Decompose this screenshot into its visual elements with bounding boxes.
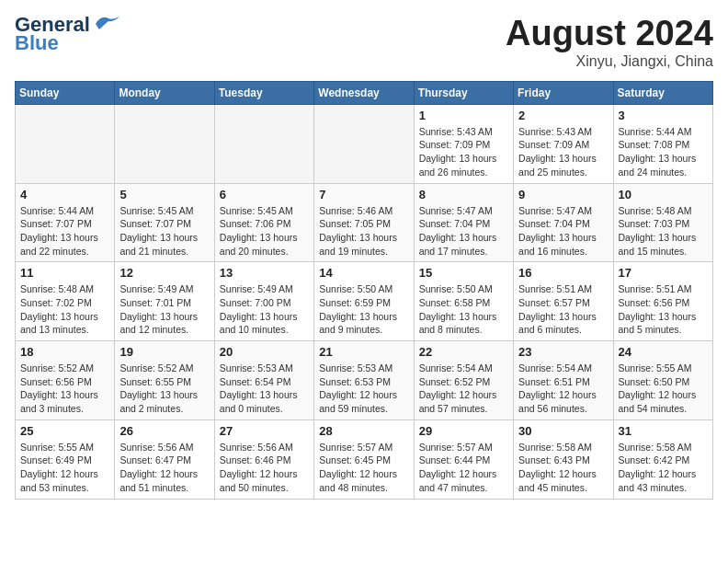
month-title: August 2024 [506,15,713,53]
calendar-table: SundayMondayTuesdayWednesdayThursdayFrid… [15,81,713,500]
day-info: Sunrise: 5:49 AMSunset: 7:00 PMDaylight:… [220,282,309,337]
calendar-cell: 2Sunrise: 5:43 AMSunset: 7:09 AMDaylight… [514,104,613,183]
day-number: 5 [119,188,209,201]
day-number: 26 [119,424,209,438]
day-info: Sunrise: 5:55 AMSunset: 6:50 PMDaylight:… [619,362,708,416]
logo-bird-icon [94,13,121,33]
calendar-header-wednesday: Wednesday [314,81,414,104]
day-number: 10 [619,188,708,201]
day-info: Sunrise: 5:58 AMSunset: 6:43 PMDaylight:… [518,441,608,495]
day-info: Sunrise: 5:56 AMSunset: 6:47 PMDaylight:… [119,441,209,495]
day-number: 7 [319,188,408,201]
calendar-cell: 26Sunrise: 5:56 AMSunset: 6:47 PMDayligh… [115,419,214,499]
calendar-cell: 15Sunrise: 5:50 AMSunset: 6:58 PMDayligh… [414,262,513,341]
calendar-cell: 17Sunrise: 5:51 AMSunset: 6:56 PMDayligh… [613,262,712,341]
calendar-week-row: 4Sunrise: 5:44 AMSunset: 7:07 PMDaylight… [16,183,713,262]
day-number: 8 [419,188,508,201]
calendar-cell: 24Sunrise: 5:55 AMSunset: 6:50 PMDayligh… [613,341,712,420]
calendar-header-row: SundayMondayTuesdayWednesdayThursdayFrid… [16,81,713,104]
calendar-cell: 27Sunrise: 5:56 AMSunset: 6:46 PMDayligh… [214,419,313,499]
day-number: 4 [20,188,109,201]
day-number: 29 [419,424,508,438]
day-number: 23 [518,345,608,359]
day-number: 31 [619,424,708,438]
day-info: Sunrise: 5:50 AMSunset: 6:58 PMDaylight:… [419,282,508,337]
calendar-cell: 22Sunrise: 5:54 AMSunset: 6:52 PMDayligh… [414,341,513,420]
calendar-cell: 10Sunrise: 5:48 AMSunset: 7:03 PMDayligh… [613,183,712,262]
calendar-header-thursday: Thursday [414,81,513,104]
calendar-cell: 7Sunrise: 5:46 AMSunset: 7:05 PMDaylight… [314,183,414,262]
calendar-cell: 13Sunrise: 5:49 AMSunset: 7:00 PMDayligh… [214,262,313,341]
calendar-header-friday: Friday [514,81,613,104]
day-info: Sunrise: 5:57 AMSunset: 6:45 PMDaylight:… [319,441,408,495]
day-number: 17 [619,266,708,280]
day-info: Sunrise: 5:46 AMSunset: 7:05 PMDaylight:… [319,204,408,259]
day-info: Sunrise: 5:52 AMSunset: 6:55 PMDaylight:… [119,362,209,416]
title-block: August 2024 Xinyu, Jiangxi, China [506,15,713,70]
day-number: 27 [220,424,309,438]
calendar-cell: 20Sunrise: 5:53 AMSunset: 6:54 PMDayligh… [214,341,313,420]
calendar-cell: 28Sunrise: 5:57 AMSunset: 6:45 PMDayligh… [314,419,414,499]
day-info: Sunrise: 5:54 AMSunset: 6:52 PMDaylight:… [419,362,508,416]
calendar-cell: 11Sunrise: 5:48 AMSunset: 7:02 PMDayligh… [16,262,115,341]
day-number: 16 [518,266,608,280]
calendar-cell: 29Sunrise: 5:57 AMSunset: 6:44 PMDayligh… [414,419,513,499]
day-number: 13 [220,266,309,280]
calendar-cell: 30Sunrise: 5:58 AMSunset: 6:43 PMDayligh… [514,419,613,499]
day-info: Sunrise: 5:45 AMSunset: 7:06 PMDaylight:… [220,204,309,259]
day-number: 24 [619,345,708,359]
day-number: 12 [119,266,209,280]
calendar-header-monday: Monday [115,81,214,104]
calendar-cell: 1Sunrise: 5:43 AMSunset: 7:09 PMDaylight… [414,104,513,183]
day-info: Sunrise: 5:53 AMSunset: 6:53 PMDaylight:… [319,362,408,416]
day-number: 3 [619,109,708,122]
calendar-header-saturday: Saturday [613,81,712,104]
day-number: 14 [319,266,408,280]
calendar-cell: 31Sunrise: 5:58 AMSunset: 6:42 PMDayligh… [613,419,712,499]
day-info: Sunrise: 5:44 AMSunset: 7:08 PMDaylight:… [619,125,708,179]
day-info: Sunrise: 5:51 AMSunset: 6:56 PMDaylight:… [619,282,708,337]
day-info: Sunrise: 5:58 AMSunset: 6:42 PMDaylight:… [619,441,708,495]
day-info: Sunrise: 5:43 AMSunset: 7:09 PMDaylight:… [419,125,508,179]
calendar-cell: 9Sunrise: 5:47 AMSunset: 7:04 PMDaylight… [514,183,613,262]
calendar-week-row: 11Sunrise: 5:48 AMSunset: 7:02 PMDayligh… [16,262,713,341]
calendar-cell [115,104,214,183]
day-info: Sunrise: 5:50 AMSunset: 6:59 PMDaylight:… [319,282,408,337]
day-number: 21 [319,345,408,359]
calendar-cell: 3Sunrise: 5:44 AMSunset: 7:08 PMDaylight… [613,104,712,183]
day-number: 9 [518,188,608,201]
calendar-cell: 16Sunrise: 5:51 AMSunset: 6:57 PMDayligh… [514,262,613,341]
day-info: Sunrise: 5:56 AMSunset: 6:46 PMDaylight:… [220,441,309,495]
calendar-cell [16,104,115,183]
logo-blue: Blue [15,33,59,53]
calendar-cell: 4Sunrise: 5:44 AMSunset: 7:07 PMDaylight… [16,183,115,262]
calendar-cell: 5Sunrise: 5:45 AMSunset: 7:07 PMDaylight… [115,183,214,262]
day-info: Sunrise: 5:57 AMSunset: 6:44 PMDaylight:… [419,441,508,495]
day-info: Sunrise: 5:45 AMSunset: 7:07 PMDaylight:… [119,204,209,259]
calendar-cell: 21Sunrise: 5:53 AMSunset: 6:53 PMDayligh… [314,341,414,420]
day-info: Sunrise: 5:52 AMSunset: 6:56 PMDaylight:… [20,362,109,416]
day-info: Sunrise: 5:44 AMSunset: 7:07 PMDaylight:… [20,204,109,259]
calendar-week-row: 25Sunrise: 5:55 AMSunset: 6:49 PMDayligh… [16,419,713,499]
day-number: 2 [518,109,608,122]
logo: General Blue [15,15,121,53]
day-number: 1 [419,109,508,122]
calendar-cell: 18Sunrise: 5:52 AMSunset: 6:56 PMDayligh… [16,341,115,420]
day-info: Sunrise: 5:47 AMSunset: 7:04 PMDaylight:… [518,204,608,259]
day-number: 18 [20,345,109,359]
day-number: 6 [220,188,309,201]
calendar-cell: 25Sunrise: 5:55 AMSunset: 6:49 PMDayligh… [16,419,115,499]
day-number: 30 [518,424,608,438]
location: Xinyu, Jiangxi, China [506,53,713,70]
calendar-week-row: 18Sunrise: 5:52 AMSunset: 6:56 PMDayligh… [16,341,713,420]
calendar-header-sunday: Sunday [16,81,115,104]
day-info: Sunrise: 5:48 AMSunset: 7:02 PMDaylight:… [20,282,109,337]
day-number: 11 [20,266,109,280]
day-info: Sunrise: 5:51 AMSunset: 6:57 PMDaylight:… [518,282,608,337]
day-number: 15 [419,266,508,280]
day-info: Sunrise: 5:49 AMSunset: 7:01 PMDaylight:… [119,282,209,337]
calendar-week-row: 1Sunrise: 5:43 AMSunset: 7:09 PMDaylight… [16,104,713,183]
day-info: Sunrise: 5:43 AMSunset: 7:09 AMDaylight:… [518,125,608,179]
day-info: Sunrise: 5:53 AMSunset: 6:54 PMDaylight:… [220,362,309,416]
calendar-cell: 6Sunrise: 5:45 AMSunset: 7:06 PMDaylight… [214,183,313,262]
